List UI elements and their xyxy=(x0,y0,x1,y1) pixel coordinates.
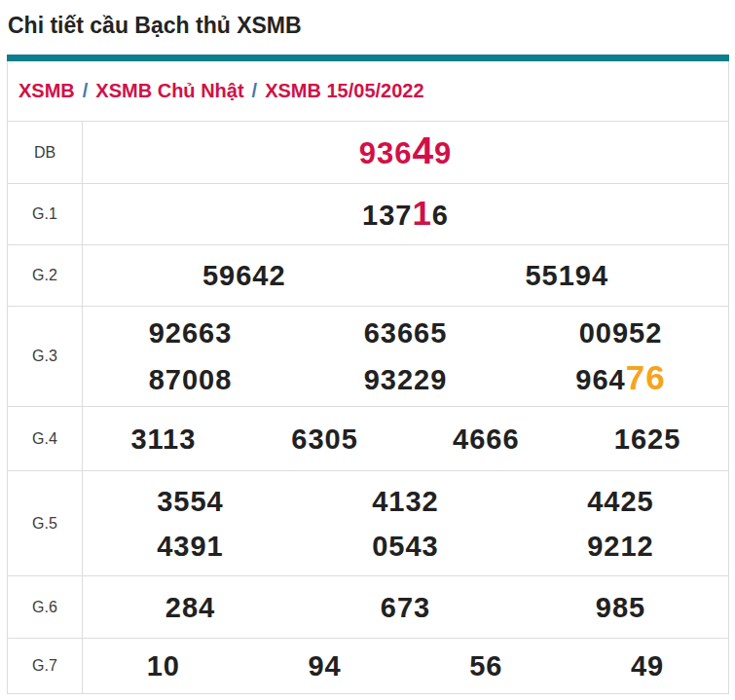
prize-row-label: G.4 xyxy=(8,407,83,470)
digit-segment: 1625 xyxy=(614,424,681,455)
digit-segment: 87008 xyxy=(149,364,233,395)
prize-value-line: 5964255194 xyxy=(83,253,728,298)
digit-segment: 93229 xyxy=(364,364,448,395)
prize-value-line: 93649 xyxy=(83,127,728,178)
prize-number: 87008 xyxy=(83,357,298,402)
digit-segment: 284 xyxy=(165,592,215,623)
prize-number: 92663 xyxy=(83,311,298,355)
digit-segment: 6 xyxy=(432,200,449,231)
prize-row-label: G.5 xyxy=(8,471,83,575)
highlighted-digit: 4 xyxy=(412,129,434,171)
prize-number: 673 xyxy=(298,585,513,630)
prize-row-label: G.2 xyxy=(8,245,83,306)
prize-number: 96476 xyxy=(513,355,728,402)
prize-row-g5: G.5355441324425439105439212 xyxy=(8,471,728,576)
prize-number: 13716 xyxy=(83,191,728,238)
prize-value-line: 355441324425 xyxy=(83,479,728,524)
digit-segment: 59642 xyxy=(202,260,286,291)
prize-number: 4666 xyxy=(406,417,568,461)
digit-segment: 00952 xyxy=(579,317,663,349)
prize-number: 93649 xyxy=(83,127,728,178)
prize-number: 6305 xyxy=(244,417,406,461)
digit-segment: 63665 xyxy=(364,317,448,349)
page-title: Chi tiết cầu Bạch thủ XSMB xyxy=(8,11,735,41)
prize-row-g6: G.6284673985 xyxy=(8,576,728,639)
digit-segment: 9 xyxy=(434,136,452,170)
prize-number: 0543 xyxy=(298,524,513,569)
prize-row-values: 284673985 xyxy=(83,576,728,638)
prize-number: 55194 xyxy=(406,253,729,298)
prize-row-values: 5964255194 xyxy=(83,245,728,306)
digit-segment: 55194 xyxy=(525,260,608,291)
prize-number: 10 xyxy=(83,644,244,688)
prize-number: 3113 xyxy=(83,417,244,461)
prize-number: 4391 xyxy=(83,524,298,569)
digit-segment: 9212 xyxy=(587,531,654,562)
digit-segment: 10 xyxy=(147,650,180,682)
prize-number: 59642 xyxy=(83,253,406,298)
digit-segment: 673 xyxy=(381,592,430,623)
prize-number: 9212 xyxy=(513,524,728,569)
digit-segment: 3554 xyxy=(157,486,224,517)
prize-row-g1: G.113716 xyxy=(8,184,728,245)
digit-segment: 137 xyxy=(362,200,412,231)
prize-row-g2: G.25964255194 xyxy=(8,245,728,307)
prize-row-values: 10945649 xyxy=(83,639,728,693)
prize-number: 4425 xyxy=(513,479,728,524)
prize-number: 93229 xyxy=(298,357,513,402)
prize-row-label: G.1 xyxy=(8,184,83,244)
breadcrumb-link-weekday[interactable]: XSMB Chủ Nhật xyxy=(95,80,243,102)
prize-row-values: 355441324425439105439212 xyxy=(83,471,728,575)
results-panel: XSMB / XSMB Chủ Nhật / XSMB 15/05/2022 D… xyxy=(7,55,729,694)
accent-bar xyxy=(7,55,729,61)
prize-value-line: 10945649 xyxy=(83,644,728,688)
breadcrumb-separator: / xyxy=(83,80,89,102)
prize-value-line: 870089322996476 xyxy=(83,355,728,402)
digit-segment: 4132 xyxy=(372,486,439,517)
highlighted-digit: 1 xyxy=(412,194,431,232)
digit-segment: 4425 xyxy=(587,486,654,517)
digit-segment: 4391 xyxy=(157,531,224,562)
prize-number: 284 xyxy=(83,585,298,630)
prize-row-label: G.7 xyxy=(8,639,83,693)
prize-value-line: 926636366500952 xyxy=(83,311,728,355)
prize-value-line: 3113630546661625 xyxy=(83,417,728,461)
breadcrumb: XSMB / XSMB Chủ Nhật / XSMB 15/05/2022 xyxy=(8,61,728,122)
prize-value-line: 284673985 xyxy=(83,585,728,630)
digit-segment: 4666 xyxy=(453,424,520,455)
prize-row-label: G.6 xyxy=(8,576,83,638)
prize-value-line: 439105439212 xyxy=(83,524,728,569)
breadcrumb-separator: / xyxy=(252,80,258,102)
prize-row-label: G.3 xyxy=(8,307,83,406)
prize-row-g4: G.43113630546661625 xyxy=(8,407,728,471)
digit-segment: 3113 xyxy=(130,424,196,455)
prize-row-g3: G.3926636366500952870089322996476 xyxy=(8,307,728,407)
prize-number: 985 xyxy=(513,585,728,630)
prize-number: 4132 xyxy=(298,479,513,524)
breadcrumb-link-xsmb[interactable]: XSMB xyxy=(18,80,75,102)
breadcrumb-link-date[interactable]: XSMB 15/05/2022 xyxy=(265,80,423,102)
prize-row-label: DB xyxy=(8,122,83,183)
prize-number: 3554 xyxy=(83,479,298,524)
prize-number: 1625 xyxy=(567,417,728,461)
digit-segment: 92663 xyxy=(149,317,233,349)
results-table: XSMB / XSMB Chủ Nhật / XSMB 15/05/2022 D… xyxy=(7,61,729,694)
highlighted-digit: 76 xyxy=(626,358,666,396)
prize-row-values: 926636366500952870089322996476 xyxy=(83,307,728,406)
digit-segment: 6305 xyxy=(291,424,358,455)
digit-segment: 49 xyxy=(631,650,664,682)
prize-number: 00952 xyxy=(513,311,728,355)
digit-segment: 0543 xyxy=(372,531,439,562)
digit-segment: 936 xyxy=(359,136,413,170)
prize-row-db: DB93649 xyxy=(8,122,728,184)
prize-number: 94 xyxy=(244,644,406,688)
digit-segment: 964 xyxy=(575,364,625,395)
digit-segment: 56 xyxy=(469,650,502,682)
prize-rows: DB93649G.113716G.25964255194G.3926636366… xyxy=(8,122,728,693)
prize-row-values: 13716 xyxy=(83,184,728,244)
digit-segment: 94 xyxy=(308,650,341,682)
prize-row-g7: G.710945649 xyxy=(8,639,728,693)
prize-value-line: 13716 xyxy=(83,191,728,238)
prize-row-values: 3113630546661625 xyxy=(83,407,728,470)
digit-segment: 985 xyxy=(596,592,645,623)
